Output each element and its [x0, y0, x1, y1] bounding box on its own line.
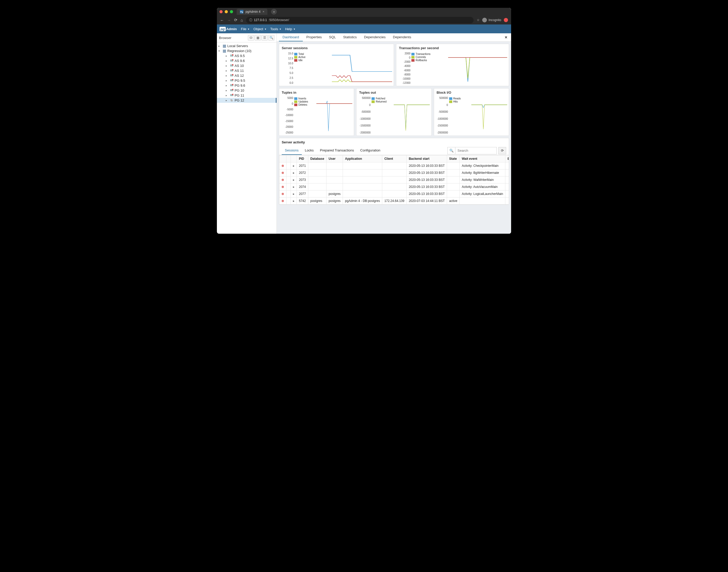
sessions-table: PIDDatabaseUserApplicationClientBackend …: [279, 155, 509, 205]
expand-icon[interactable]: ▸: [293, 178, 294, 182]
tree-node[interactable]: ▸PG 11: [217, 93, 276, 98]
chevron-icon[interactable]: ▸: [226, 59, 229, 62]
tab-sql[interactable]: SQL: [325, 33, 339, 42]
tree-node[interactable]: ▸AS 9.5: [217, 53, 276, 58]
chevron-icon[interactable]: ▸: [226, 99, 229, 102]
view-data-button[interactable]: ▦: [255, 35, 261, 41]
object-tree[interactable]: ▸Local Servers▾Regression (10)▸AS 9.5▸AS…: [217, 43, 276, 104]
query-tool-button[interactable]: ⛁: [248, 35, 254, 41]
chevron-icon[interactable]: ▸: [226, 64, 229, 67]
menu-tools[interactable]: Tools: [270, 27, 281, 31]
chevron-icon[interactable]: ▾: [218, 50, 221, 52]
window-minimize-button[interactable]: [225, 10, 228, 13]
column-header[interactable]: [291, 155, 297, 162]
chevron-icon[interactable]: ▸: [226, 84, 229, 87]
terminate-icon[interactable]: ⊗: [281, 178, 284, 182]
column-header[interactable]: [279, 155, 286, 162]
subtab-prepared-transactions[interactable]: Prepared Transactions: [317, 146, 357, 155]
table-row[interactable]: ⊗▸20742020-05-13 16:03:33 BSTActivity: A…: [279, 184, 509, 191]
chevron-icon[interactable]: ▸: [226, 69, 229, 72]
table-row[interactable]: ⊗▸5742postgrespostgrespgAdmin 4 - DB:pos…: [279, 198, 509, 205]
tree-node[interactable]: ▸AS 10: [217, 63, 276, 68]
activity-search-input[interactable]: [455, 147, 497, 154]
column-header[interactable]: Database: [308, 155, 326, 162]
incognito-indicator[interactable]: Incognito: [482, 18, 501, 22]
home-icon[interactable]: ⌂: [241, 18, 243, 22]
favicon-icon: Pg: [240, 10, 244, 13]
cell: postgres: [327, 191, 343, 198]
table-row[interactable]: ⊗▸20712020-05-13 16:03:33 BSTActivity: C…: [279, 162, 509, 169]
cell: Activity: WalWriterMain: [460, 176, 506, 184]
tab-dependents[interactable]: Dependents: [389, 33, 415, 42]
window-maximize-button[interactable]: [230, 10, 233, 13]
chevron-icon[interactable]: ▸: [226, 89, 229, 92]
search-objects-button[interactable]: 🔍: [268, 35, 274, 41]
cell: [382, 184, 407, 191]
column-header[interactable]: State: [447, 155, 460, 162]
table-row[interactable]: ⊗▸20722020-05-13 16:03:33 BSTActivity: B…: [279, 169, 509, 176]
column-header[interactable]: Blocking PIDs: [506, 155, 509, 162]
refresh-button[interactable]: ⟳: [499, 147, 506, 154]
table-row[interactable]: ⊗▸2077postgres2020-05-13 16:03:33 BSTAct…: [279, 191, 509, 198]
forward-icon[interactable]: →: [227, 18, 231, 22]
tree-node[interactable]: ▸🐘PG 12: [217, 98, 276, 103]
expand-icon[interactable]: ▸: [293, 185, 294, 189]
tab-properties[interactable]: Properties: [303, 33, 325, 42]
chevron-icon[interactable]: ▸: [226, 74, 229, 77]
svg-rect-3: [223, 50, 226, 51]
expand-icon[interactable]: ▸: [293, 164, 294, 167]
column-header[interactable]: User: [327, 155, 343, 162]
chevron-icon[interactable]: ▸: [226, 94, 229, 97]
menu-object[interactable]: Object: [253, 27, 266, 31]
extension-icon[interactable]: [504, 18, 508, 22]
tree-node[interactable]: ▸PG 9.6: [217, 83, 276, 88]
chevron-icon[interactable]: ▸: [226, 54, 229, 57]
bookmark-icon[interactable]: ☆: [477, 18, 480, 22]
terminate-icon[interactable]: ⊗: [281, 164, 284, 167]
tree-node[interactable]: ▸AS 12: [217, 73, 276, 78]
terminate-icon[interactable]: ⊗: [281, 199, 284, 203]
table-row[interactable]: ⊗▸20732020-05-13 16:03:33 BSTActivity: W…: [279, 176, 509, 184]
tab-statistics[interactable]: Statistics: [339, 33, 360, 42]
tree-node[interactable]: ▾Regression (10): [217, 49, 276, 53]
subtab-configuration[interactable]: Configuration: [357, 146, 384, 155]
expand-icon[interactable]: ▸: [293, 171, 294, 174]
address-bar[interactable]: ⓘ 127.0.0.1:5050/browser/: [246, 17, 474, 23]
column-header[interactable]: Backend start: [406, 155, 447, 162]
column-header[interactable]: Application: [343, 155, 382, 162]
terminate-icon[interactable]: ⊗: [281, 192, 284, 196]
expand-icon[interactable]: ▸: [293, 199, 294, 203]
tab-dashboard[interactable]: Dashboard: [279, 33, 303, 42]
tree-node[interactable]: ▸Local Servers: [217, 44, 276, 49]
menu-help[interactable]: Help: [285, 27, 295, 31]
tree-node[interactable]: ▸AS 9.6: [217, 58, 276, 63]
close-tab-icon[interactable]: ×: [262, 10, 264, 13]
terminate-icon[interactable]: ⊗: [281, 185, 284, 189]
chevron-icon[interactable]: ▸: [218, 45, 221, 47]
subtab-locks[interactable]: Locks: [302, 146, 317, 155]
site-info-icon[interactable]: ⓘ: [249, 18, 252, 22]
window-close-button[interactable]: [219, 10, 222, 13]
tab-dependencies[interactable]: Dependencies: [360, 33, 389, 42]
tree-node[interactable]: ▸PG 9.5: [217, 78, 276, 83]
tree-node[interactable]: ▸AS 11: [217, 68, 276, 73]
new-tab-button[interactable]: +: [271, 9, 277, 15]
reload-icon[interactable]: ⟳: [234, 18, 238, 22]
chevron-icon[interactable]: ▸: [226, 79, 229, 82]
filter-rows-button[interactable]: ☰: [261, 35, 268, 41]
column-header[interactable]: Wait event: [460, 155, 506, 162]
menu-file[interactable]: File: [241, 27, 249, 31]
back-icon[interactable]: ←: [220, 18, 224, 22]
column-header[interactable]: Client: [382, 155, 407, 162]
cell: [447, 176, 460, 184]
browser-tab[interactable]: Pg pgAdmin 4 ×: [237, 9, 267, 15]
app-logo[interactable]: pgAdmin: [219, 27, 237, 31]
close-panel-icon[interactable]: ✕: [503, 35, 509, 39]
column-header[interactable]: [286, 155, 291, 162]
terminate-icon[interactable]: ⊗: [281, 171, 284, 174]
column-header[interactable]: PID: [297, 155, 308, 162]
subtab-sessions[interactable]: Sessions: [282, 146, 302, 155]
expand-icon[interactable]: ▸: [293, 192, 294, 196]
tree-node[interactable]: ▸PG 10: [217, 88, 276, 93]
cell: postgres: [308, 198, 326, 205]
